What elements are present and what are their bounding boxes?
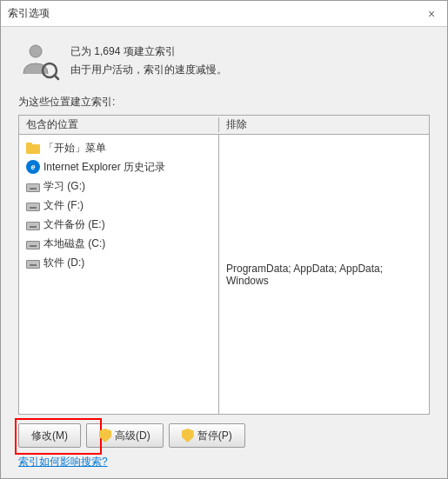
shield-icon-advanced (99, 429, 111, 442)
included-locations: 「开始」菜单eInternet Explorer 历史记录 学习 (G:) 文件… (19, 135, 219, 414)
list-item[interactable]: 本地磁盘 (C:) (19, 234, 218, 253)
location-name: 文件备份 (E:) (43, 217, 105, 232)
drive-icon (26, 217, 40, 231)
location-name: 「开始」菜单 (43, 141, 106, 156)
locations-table: 包含的位置 排除 「开始」菜单eInternet Explorer 历史记录 学… (18, 115, 430, 415)
window: 索引选项 × 已为 1,694 项建立索引 由于用户活动，索引的速度减慢。 (0, 0, 448, 479)
list-item[interactable]: 「开始」菜单 (19, 138, 218, 157)
location-name: 软件 (D:) (43, 256, 84, 270)
location-name: 文件 (F:) (43, 198, 84, 213)
modify-button[interactable]: 修改(M) (18, 423, 81, 448)
title-bar: 索引选项 × (1, 1, 447, 27)
folder-icon (26, 141, 40, 155)
svg-point-0 (30, 45, 42, 57)
drive-icon (26, 179, 40, 193)
pause-label: 暂停(P) (197, 429, 232, 443)
index-count: 已为 1,694 项建立索引 (70, 44, 227, 59)
svg-line-2 (55, 76, 59, 80)
modify-label: 修改(M) (31, 429, 68, 443)
list-item[interactable]: 学习 (G:) (19, 176, 218, 196)
content-area: 已为 1,694 项建立索引 由于用户活动，索引的速度减慢。 为这些位置建立索引… (1, 27, 447, 478)
list-item[interactable]: eInternet Explorer 历史记录 (19, 157, 218, 176)
drive-icon (26, 236, 40, 250)
advanced-label: 高级(D) (115, 429, 150, 443)
col-included: 包含的位置 (19, 117, 219, 132)
status-text: 已为 1,694 项建立索引 由于用户活动，索引的速度减慢。 (70, 41, 227, 77)
window-title: 索引选项 (8, 6, 50, 21)
location-name: Internet Explorer 历史记录 (43, 160, 165, 175)
advanced-button[interactable]: 高级(D) (86, 423, 164, 448)
pause-button[interactable]: 暂停(P) (169, 423, 245, 448)
table-body: 「开始」菜单eInternet Explorer 历史记录 学习 (G:) 文件… (19, 135, 429, 414)
drive-icon (26, 256, 40, 269)
list-item[interactable]: 文件 (F:) (19, 196, 218, 215)
close-button[interactable]: × (423, 5, 440, 23)
drive-icon (26, 198, 40, 212)
list-item[interactable]: 软件 (D:) (19, 253, 218, 272)
shield-icon-pause (182, 429, 194, 442)
status-section: 已为 1,694 项建立索引 由于用户活动，索引的速度减慢。 (18, 41, 430, 83)
location-name: 本地磁盘 (C:) (43, 236, 105, 251)
index-info: 由于用户活动，索引的速度减慢。 (70, 63, 227, 77)
section-label: 为这些位置建立索引: (18, 95, 430, 110)
col-excluded: 排除 (219, 117, 429, 132)
buttons-row: 修改(M) 高级(D) 暂停(P) (18, 423, 430, 448)
index-icon (18, 41, 60, 83)
ie-icon: e (26, 160, 40, 174)
footer-link[interactable]: 索引如何影响搜索? (18, 455, 430, 469)
excluded-locations: ProgramData; AppData; AppData; Windows (219, 135, 429, 414)
location-name: 学习 (G:) (43, 179, 85, 194)
table-header: 包含的位置 排除 (19, 116, 429, 135)
list-item[interactable]: 文件备份 (E:) (19, 215, 218, 234)
excluded-value: ProgramData; AppData; AppData; Windows (226, 263, 422, 287)
